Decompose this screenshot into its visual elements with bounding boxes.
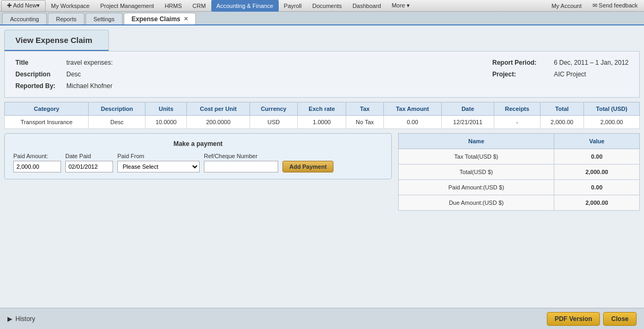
bottom-buttons: PDF Version Close xyxy=(547,312,637,326)
nav-dashboard[interactable]: Dashboard xyxy=(347,0,387,12)
summary-table: Name Value Tax Total(USD $)0.00Total(USD… xyxy=(398,133,640,211)
cell-cost-per-unit: 200.0000 xyxy=(187,116,250,129)
info-right: Report Period: 6 Dec, 2011 – 1 Jan, 2012… xyxy=(492,59,629,90)
tab-settings[interactable]: Settings xyxy=(85,13,123,24)
col-description: Description xyxy=(89,102,145,116)
reported-by-row: Reported By: Michael Khofner xyxy=(15,82,113,90)
summary-name-cell: Due Amount:(USD $) xyxy=(399,195,554,211)
history-toggle[interactable]: ▶ History xyxy=(7,315,35,323)
description-row: Description Desc xyxy=(15,71,113,78)
cell-receipts: - xyxy=(494,116,540,129)
history-label: History xyxy=(15,315,35,323)
paid-amount-field: Paid Amount: xyxy=(13,153,61,172)
nav-send-feedback[interactable]: ✉ Send feedback xyxy=(587,0,643,12)
nav-hrms[interactable]: HRMS xyxy=(159,0,187,12)
paid-from-select[interactable]: Please Select xyxy=(117,161,200,172)
description-label: Description xyxy=(15,71,63,78)
paid-amount-input[interactable] xyxy=(13,161,61,172)
col-date: Date xyxy=(441,102,494,116)
tab-bar: Accounting Reports Settings Expense Clai… xyxy=(0,12,644,25)
tab-close-icon[interactable]: ✕ xyxy=(184,16,188,22)
top-navigation: ✚ Add New▾ My Workspace Project Manageme… xyxy=(0,0,644,12)
summary-name-cell: Tax Total(USD $) xyxy=(399,149,554,164)
tab-reports[interactable]: Reports xyxy=(48,13,84,24)
summary-row: Total(USD $)2,000.00 xyxy=(399,164,640,180)
summary-value-cell: 0.00 xyxy=(554,180,640,195)
expense-info-section: Title travel expenses: Description Desc … xyxy=(4,51,640,98)
col-tax: Tax xyxy=(346,102,383,116)
nav-my-workspace[interactable]: My Workspace xyxy=(46,0,95,12)
title-row: Title travel expenses: xyxy=(15,59,113,66)
paid-amount-label: Paid Amount: xyxy=(13,153,61,159)
report-period-value: 6 Dec, 2011 – 1 Jan, 2012 xyxy=(554,59,629,66)
cell-description: Desc xyxy=(89,116,145,129)
add-payment-button[interactable]: Add Payment xyxy=(282,161,333,172)
col-currency: Currency xyxy=(250,102,297,116)
col-receipts: Receipts xyxy=(494,102,540,116)
nav-payroll[interactable]: Payroll xyxy=(279,0,307,12)
summary-value-cell: 2,000.00 xyxy=(554,164,640,180)
summary-row: Tax Total(USD $)0.00 xyxy=(399,149,640,164)
nav-project-management[interactable]: Project Management xyxy=(95,0,160,12)
expense-table: Category Description Units Cost per Unit… xyxy=(4,102,640,129)
nav-documents[interactable]: Documents xyxy=(307,0,347,12)
payment-fields: Paid Amount: Date Paid Paid From Please … xyxy=(13,153,383,172)
col-tax-amount: Tax Amount xyxy=(383,102,441,116)
cell-units: 10.0000 xyxy=(145,116,187,129)
cell-total-usd: 2,000.00 xyxy=(584,116,640,129)
cell-category: Transport Insurance xyxy=(5,116,89,129)
cell-tax: No Tax xyxy=(346,116,383,129)
paid-from-field: Paid From Please Select xyxy=(117,153,200,172)
title-value: travel expenses: xyxy=(66,59,113,66)
col-units: Units xyxy=(145,102,187,116)
history-arrow-icon: ▶ xyxy=(7,315,12,323)
cell-currency: USD xyxy=(250,116,297,129)
table-row: Transport Insurance Desc 10.0000 200.000… xyxy=(5,116,640,129)
summary-name-cell: Paid Amount:(USD $) xyxy=(399,180,554,195)
reported-by-label: Reported By: xyxy=(15,82,63,90)
cell-date: 12/21/2011 xyxy=(441,116,494,129)
date-paid-field: Date Paid xyxy=(65,153,113,172)
summary-value-cell: 0.00 xyxy=(554,149,640,164)
col-exch-rate: Exch rate xyxy=(297,102,346,116)
date-paid-input[interactable] xyxy=(65,161,113,172)
tab-accounting[interactable]: Accounting xyxy=(2,13,47,24)
add-new-button[interactable]: ✚ Add New▾ xyxy=(1,0,46,12)
summary-value-header: Value xyxy=(554,134,640,149)
cell-total: 2,000.00 xyxy=(540,116,583,129)
report-period-label: Report Period: xyxy=(492,59,551,66)
ref-field: Ref/Cheque Number xyxy=(204,153,278,172)
info-left: Title travel expenses: Description Desc … xyxy=(15,59,113,90)
page-title: View Expense Claim xyxy=(4,30,109,51)
summary-value-cell: 2,000.00 xyxy=(554,195,640,211)
description-value: Desc xyxy=(66,71,81,78)
summary-name-cell: Total(USD $) xyxy=(399,164,554,180)
nav-accounting-finance[interactable]: Accounting & Finance xyxy=(211,0,279,12)
payment-title: Make a payment xyxy=(13,140,383,148)
col-total: Total xyxy=(540,102,583,116)
pdf-version-button[interactable]: PDF Version xyxy=(547,312,600,326)
col-total-usd: Total (USD) xyxy=(584,102,640,116)
payment-section: Make a payment Paid Amount: Date Paid Pa… xyxy=(4,133,640,211)
summary-row: Paid Amount:(USD $)0.00 xyxy=(399,180,640,195)
project-row: Project: AIC Project xyxy=(492,71,586,78)
nav-my-account[interactable]: My Account xyxy=(546,0,587,12)
bottom-bar: ▶ History PDF Version Close xyxy=(0,308,644,329)
close-button[interactable]: Close xyxy=(603,312,637,326)
cell-tax-amount: 0.00 xyxy=(383,116,441,129)
cell-exch-rate: 1.0000 xyxy=(297,116,346,129)
nav-more[interactable]: More ▾ xyxy=(387,0,415,12)
summary-row: Due Amount:(USD $)2,000.00 xyxy=(399,195,640,211)
nav-crm[interactable]: CRM xyxy=(187,0,211,12)
col-cost-per-unit: Cost per Unit xyxy=(187,102,250,116)
date-paid-label: Date Paid xyxy=(65,153,113,159)
tab-expense-claims[interactable]: Expense Claims ✕ xyxy=(124,13,196,24)
title-label: Title xyxy=(15,59,63,66)
summary-name-header: Name xyxy=(399,134,554,149)
ref-input[interactable] xyxy=(204,161,278,172)
col-category: Category xyxy=(5,102,89,116)
main-content: View Expense Claim Title travel expenses… xyxy=(0,25,644,327)
paid-from-label: Paid From xyxy=(117,153,200,159)
ref-label: Ref/Cheque Number xyxy=(204,153,278,159)
project-label: Project: xyxy=(492,71,551,78)
